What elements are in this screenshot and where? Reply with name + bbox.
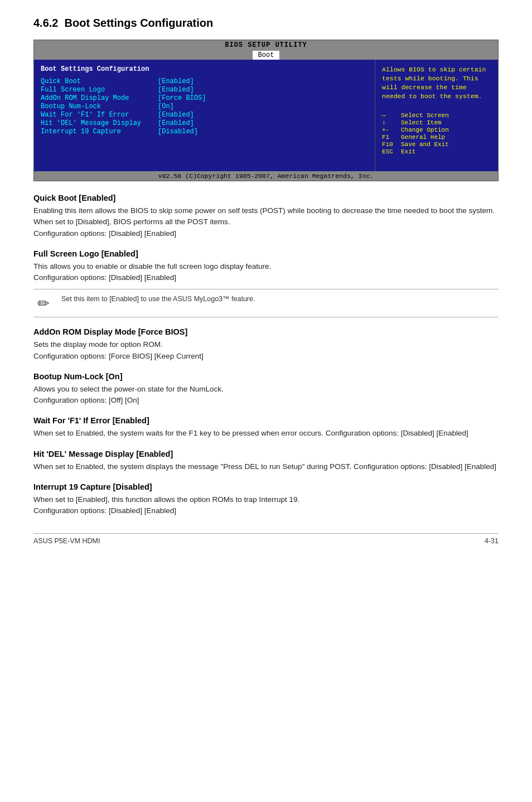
section-full-screen-logo: Full Screen Logo [Enabled]This allows yo… (33, 249, 499, 318)
bios-item-value: [On] (158, 103, 174, 110)
section-wait-f1: Wait For 'F1' If Error [Enabled]When set… (33, 416, 499, 439)
section-body-line: When set to Enabled, the system displays… (33, 461, 499, 472)
page-footer: ASUS P5E-VM HDMI 4-31 (33, 533, 499, 545)
footer-left: ASUS P5E-VM HDMI (33, 537, 100, 545)
bios-item-value: [Enabled] (158, 111, 194, 119)
bios-key-item: ↕Select Item (382, 119, 491, 126)
note-icon: ✏ (33, 295, 54, 312)
bios-item-label: Quick Boot (41, 78, 158, 85)
bios-right-panel: Allows BIOS to skip certain tests while … (375, 60, 498, 171)
bios-item-value: [Enabled] (158, 86, 194, 94)
bios-key-symbol: F10 (382, 141, 398, 148)
section-body-line: Configuration options: [Off] [On] (33, 395, 499, 406)
section-body-line: Allows you to select the power-on state … (33, 384, 499, 395)
section-body-line: Configuration options: [Disabled] [Enabl… (33, 228, 499, 239)
bios-items-list: Quick Boot[Enabled]Full Screen Logo[Enab… (41, 78, 368, 136)
section-body-full-screen-logo: This allows you to enable or disable the… (33, 261, 499, 284)
bios-panel: BIOS SETUP UTILITY Boot Boot Settings Co… (33, 40, 499, 181)
section-title-addon-rom: AddOn ROM Display Mode [Force BIOS] (33, 327, 499, 336)
bios-item-label: Wait For 'F1' If Error (41, 111, 158, 119)
bios-tab-boot[interactable]: Boot (253, 51, 280, 60)
section-body-quick-boot: Enabling this item allows the BIOS to sk… (33, 205, 499, 239)
section-body-wait-f1: When set to Enabled, the system waits fo… (33, 428, 499, 439)
section-title-interrupt-19: Interrupt 19 Capture [Disabled] (33, 482, 499, 491)
bios-key-desc: Select Item (401, 119, 442, 126)
bios-key-symbol: ↕ (382, 119, 398, 126)
heading-title: Boot Settings Configuration (65, 17, 214, 29)
bios-item-value: [Enabled] (158, 119, 194, 127)
bios-key-desc: Change Option (401, 127, 449, 133)
section-heading: 4.6.2 Boot Settings Configuration (33, 17, 499, 30)
section-body-hit-del: When set to Enabled, the system displays… (33, 461, 499, 472)
section-body-line: Sets the display mode for option ROM. (33, 339, 499, 350)
bios-key-item: +-Change Option (382, 127, 491, 133)
bios-key-symbol: ESC (382, 148, 398, 155)
bios-key-symbol: F1 (382, 134, 398, 141)
bios-item: Quick Boot[Enabled] (41, 78, 368, 85)
bios-item-label: Interrupt 19 Capture (41, 128, 158, 136)
bios-key-symbol: ↔ (382, 112, 398, 119)
bios-key-item: ESCExit (382, 148, 491, 155)
bios-key-desc: Exit (401, 148, 415, 155)
bios-key-desc: Save and Exit (401, 141, 449, 148)
note-box: ✏ Set this item to [Enabled] to use the … (33, 289, 499, 317)
bios-title-bar: BIOS SETUP UTILITY (34, 40, 498, 50)
section-body-line: Enabling this item allows the BIOS to sk… (33, 205, 499, 228)
section-title-full-screen-logo: Full Screen Logo [Enabled] (33, 249, 499, 258)
bios-key-symbol: +- (382, 127, 398, 133)
bios-item: Hit 'DEL' Message Display[Enabled] (41, 119, 368, 127)
bios-item-value: [Disabled] (158, 128, 198, 136)
bios-item: Bootup Num-Lock[On] (41, 103, 368, 110)
section-title-hit-del: Hit 'DEL' Message Display [Enabled] (33, 450, 499, 458)
bios-item: Full Screen Logo[Enabled] (41, 86, 368, 94)
bios-item: Wait For 'F1' If Error[Enabled] (41, 111, 368, 119)
bios-item-label: Hit 'DEL' Message Display (41, 119, 158, 127)
content-sections: Quick Boot [Enabled]Enabling this item a… (33, 194, 499, 516)
section-body-line: When set to Enabled, the system waits fo… (33, 428, 499, 439)
bios-item: AddOn ROM Display Mode[Force BIOS] (41, 94, 368, 102)
section-body-line: Configuration options: [Disabled] [Enabl… (33, 505, 499, 516)
section-body-line: Configuration options: [Disabled] [Enabl… (33, 272, 499, 283)
bios-left-panel: Boot Settings Configuration Quick Boot[E… (34, 60, 375, 171)
section-body-addon-rom: Sets the display mode for option ROM.Con… (33, 339, 499, 362)
bios-footer: v02.58 (C)Copyright 1985-2007, American … (34, 171, 498, 181)
bios-help-text: Allows BIOS to skip certain tests while … (382, 65, 491, 101)
bios-body: Boot Settings Configuration Quick Boot[E… (34, 60, 498, 171)
bios-item-label: Full Screen Logo (41, 86, 158, 94)
section-quick-boot: Quick Boot [Enabled]Enabling this item a… (33, 194, 499, 239)
bios-item-value: [Force BIOS] (158, 94, 206, 102)
section-addon-rom: AddOn ROM Display Mode [Force BIOS]Sets … (33, 327, 499, 362)
section-title-bootup-numlock: Bootup Num-Lock [On] (33, 372, 499, 381)
section-body-line: Configuration options: [Force BIOS] [Kee… (33, 351, 499, 362)
bios-key-desc: Select Screen (401, 112, 449, 119)
bios-key-item: F10Save and Exit (382, 141, 491, 148)
bios-key-item: ↔Select Screen (382, 112, 491, 119)
section-bootup-numlock: Bootup Num-Lock [On]Allows you to select… (33, 372, 499, 407)
section-body-interrupt-19: When set to [Enabled], this function all… (33, 494, 499, 517)
section-interrupt-19: Interrupt 19 Capture [Disabled]When set … (33, 482, 499, 517)
section-title-wait-f1: Wait For 'F1' If Error [Enabled] (33, 416, 499, 425)
section-body-bootup-numlock: Allows you to select the power-on state … (33, 384, 499, 407)
bios-keys: ↔Select Screen↕Select Item+-Change Optio… (382, 112, 491, 155)
bios-key-item: F1General Help (382, 134, 491, 141)
bios-tab-bar: Boot (34, 50, 498, 60)
section-title-quick-boot: Quick Boot [Enabled] (33, 194, 499, 202)
heading-number: 4.6.2 (33, 17, 58, 29)
bios-item: Interrupt 19 Capture[Disabled] (41, 128, 368, 136)
section-body-line: When set to [Enabled], this function all… (33, 494, 499, 505)
note-text: Set this item to [Enabled] to use the AS… (61, 294, 255, 305)
bios-item-label: AddOn ROM Display Mode (41, 94, 158, 102)
section-body-line: This allows you to enable or disable the… (33, 261, 499, 272)
footer-right: 4-31 (485, 537, 499, 545)
bios-section-title: Boot Settings Configuration (41, 65, 368, 73)
bios-item-label: Bootup Num-Lock (41, 103, 158, 110)
bios-item-value: [Enabled] (158, 78, 194, 85)
bios-key-desc: General Help (401, 134, 445, 141)
section-hit-del: Hit 'DEL' Message Display [Enabled]When … (33, 450, 499, 472)
